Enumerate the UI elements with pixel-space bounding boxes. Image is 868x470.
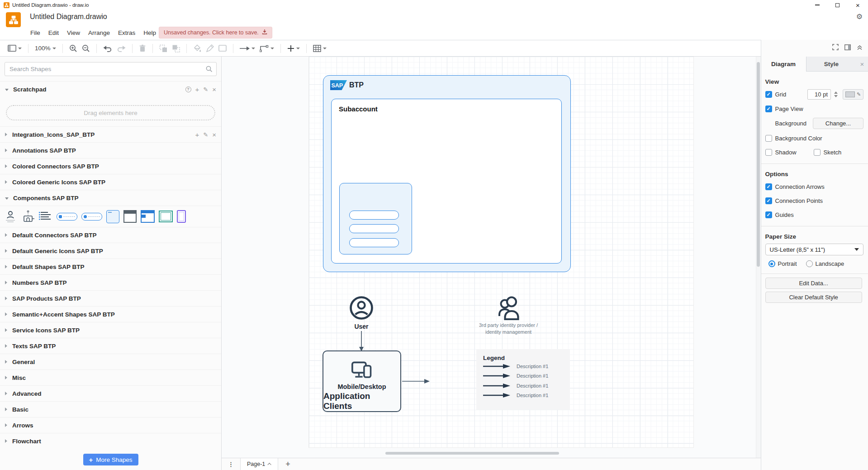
- menu-file[interactable]: File: [26, 29, 44, 36]
- library-add-icon[interactable]: +: [195, 131, 199, 138]
- horizontal-scrollbar-thumb[interactable]: [385, 452, 559, 455]
- shape-thumb-user[interactable]: [4, 210, 17, 223]
- portrait-radio[interactable]: [768, 260, 775, 267]
- scratchpad-close-icon[interactable]: ×: [212, 86, 216, 93]
- shape-thumb-window-dark[interactable]: [123, 210, 137, 223]
- diagram-canvas[interactable]: SAP BTP Subaccount: [222, 57, 761, 458]
- redo-icon[interactable]: [114, 43, 128, 54]
- service-pill[interactable]: [349, 211, 399, 220]
- service-pill[interactable]: [349, 224, 399, 233]
- scratchpad-help-icon[interactable]: ?: [185, 86, 191, 92]
- user-icon[interactable]: [349, 296, 374, 320]
- scratchpad-edit-icon[interactable]: ✎: [203, 86, 208, 92]
- shadow-checkbox[interactable]: [765, 149, 772, 156]
- page-view-checkbox[interactable]: ✓: [765, 106, 772, 112]
- delete-icon[interactable]: [137, 43, 148, 54]
- unsaved-changes-button[interactable]: Unsaved changes. Click here to save.: [159, 27, 272, 38]
- undo-icon[interactable]: [101, 43, 114, 54]
- zoom-in-icon[interactable]: [67, 43, 80, 54]
- sidebar-section-components[interactable]: Components SAP BTP: [0, 190, 221, 206]
- client-outgoing-arrow[interactable]: [402, 377, 430, 385]
- scratchpad-add-icon[interactable]: +: [195, 86, 199, 93]
- menu-edit[interactable]: Edit: [44, 29, 63, 36]
- library-close-icon[interactable]: ×: [212, 131, 216, 138]
- gear-icon[interactable]: ⚙: [856, 12, 863, 21]
- toggle-panel-icon[interactable]: [844, 44, 851, 52]
- sidebar-section-integration-icons[interactable]: Integration_Icons_SAP_BTP + ✎ ×: [0, 126, 221, 142]
- sidebar-section-flowchart[interactable]: Flowchart: [0, 433, 221, 449]
- window-minimize-icon[interactable]: [807, 0, 827, 10]
- identity-provider-icon[interactable]: [498, 295, 520, 321]
- menu-help[interactable]: Help: [139, 29, 160, 36]
- sidebar-section-colored-generic-icons[interactable]: Colored Generic Icons SAP BTP: [0, 174, 221, 190]
- clear-default-style-button[interactable]: Clear Default Style: [765, 292, 862, 303]
- window-maximize-icon[interactable]: [827, 0, 848, 10]
- shape-thumb-mobile-purple[interactable]: [177, 210, 186, 223]
- collapse-panel-icon[interactable]: [857, 44, 863, 52]
- grid-color-button[interactable]: ✎: [843, 89, 863, 100]
- sidebar-section-annotations[interactable]: Annotations SAP BTP: [0, 142, 221, 158]
- shape-thumb-subaccount-box[interactable]: [106, 210, 119, 223]
- page-tab[interactable]: Page-1: [240, 458, 278, 470]
- shape-thumb-actor-connector[interactable]: [21, 210, 35, 223]
- application-clients-box[interactable]: Mobile/Desktop Application Clients: [323, 350, 401, 412]
- sidebar-section-numbers[interactable]: Numbers SAP BTP: [0, 274, 221, 290]
- shape-thumb-service-pill[interactable]: [81, 213, 102, 221]
- grid-checkbox[interactable]: ✓: [765, 91, 772, 98]
- scratchpad-dropzone[interactable]: Drag elements here: [6, 105, 215, 120]
- sidebar-section-service-icons[interactable]: Service Icons SAP BTP: [0, 322, 221, 338]
- sidebar-section-misc[interactable]: Misc: [0, 369, 221, 385]
- connection-arrows-checkbox[interactable]: ✓: [765, 183, 772, 190]
- tab-style[interactable]: Style: [806, 57, 856, 71]
- view-format-button[interactable]: [5, 43, 24, 54]
- zoom-out-icon[interactable]: [80, 43, 92, 54]
- more-shapes-button[interactable]: + More Shapes: [83, 454, 138, 465]
- paper-size-select[interactable]: US-Letter (8,5" x 11"): [765, 244, 863, 255]
- identity-provider-label[interactable]: 3rd party identity provider / identity m…: [471, 322, 545, 335]
- window-close-icon[interactable]: ×: [848, 0, 868, 10]
- guides-checkbox[interactable]: ✓: [765, 211, 772, 218]
- table-button[interactable]: [311, 43, 329, 54]
- sidebar-section-general[interactable]: General: [0, 354, 221, 369]
- sidebar-section-default-generic-icons[interactable]: Default Generic Icons SAP BTP: [0, 243, 221, 259]
- shape-thumb-window-blue[interactable]: [141, 210, 155, 223]
- sidebar-section-semantic-accent[interactable]: Semantic+Accent Shapes SAP BTP: [0, 306, 221, 322]
- user-to-client-arrow[interactable]: [357, 331, 365, 352]
- sidebar-section-default-shapes[interactable]: Default Shapes SAP BTP: [0, 259, 221, 274]
- zoom-level-button[interactable]: 100%: [33, 43, 58, 54]
- sidebar-section-colored-connectors[interactable]: Colored Connectors SAP BTP: [0, 158, 221, 174]
- grid-size-input[interactable]: [807, 89, 831, 100]
- waypoint-style-button[interactable]: [257, 43, 276, 54]
- search-shapes-input[interactable]: [5, 62, 217, 76]
- to-front-icon[interactable]: [157, 43, 170, 54]
- library-edit-icon[interactable]: ✎: [203, 132, 208, 138]
- shape-thumb-service-pill[interactable]: [57, 213, 77, 221]
- sidebar-section-basic[interactable]: Basic: [0, 401, 221, 417]
- vertical-scrollbar-thumb[interactable]: [757, 62, 760, 267]
- landscape-radio[interactable]: [806, 260, 813, 267]
- document-title[interactable]: Untitled Diagram.drawio: [30, 13, 107, 21]
- sidebar-section-advanced[interactable]: Advanced: [0, 385, 221, 401]
- connection-style-button[interactable]: [237, 43, 257, 54]
- add-page-icon[interactable]: +: [285, 460, 290, 468]
- shape-outline-icon[interactable]: [216, 43, 229, 54]
- line-color-icon[interactable]: [204, 43, 216, 54]
- to-back-icon[interactable]: [170, 43, 182, 54]
- fill-color-icon[interactable]: [191, 43, 204, 54]
- sidebar-section-default-connectors[interactable]: Default Connectors SAP BTP: [0, 227, 221, 243]
- background-color-checkbox[interactable]: [765, 135, 772, 142]
- sidebar-section-texts[interactable]: Texts SAP BTP: [0, 338, 221, 354]
- sketch-checkbox[interactable]: [814, 149, 821, 156]
- service-pill[interactable]: [349, 238, 399, 247]
- connection-points-checkbox[interactable]: ✓: [765, 197, 772, 204]
- insert-button[interactable]: [285, 43, 302, 54]
- sidebar-section-arrows[interactable]: Arrows: [0, 417, 221, 433]
- sidebar-section-sap-products[interactable]: SAP Products SAP BTP: [0, 290, 221, 306]
- legend-box[interactable]: Legend Description #1 Description #1: [476, 349, 570, 410]
- menu-extras[interactable]: Extras: [114, 29, 139, 36]
- menu-view[interactable]: View: [63, 29, 84, 36]
- close-panel-icon[interactable]: ×: [856, 57, 868, 71]
- edit-data-button[interactable]: Edit Data...: [765, 278, 862, 289]
- shape-thumb-list[interactable]: [39, 210, 52, 223]
- change-background-button[interactable]: Change...: [813, 118, 863, 129]
